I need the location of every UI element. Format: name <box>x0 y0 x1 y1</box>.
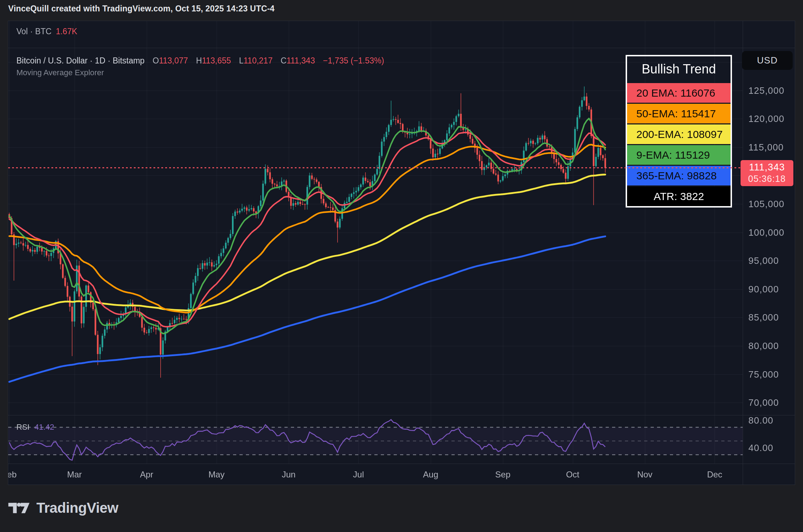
price-tick-95000: 95,000 <box>748 255 779 266</box>
time-tick-apr: Apr <box>140 470 153 480</box>
time-tick-nov: Nov <box>637 470 652 480</box>
low-label: L <box>239 56 244 65</box>
rsi-tick-40: 40.00 <box>748 443 773 454</box>
trend-legend-title: Bullish Trend <box>627 56 731 82</box>
volume-label: Vol · BTC <box>16 27 51 36</box>
time-tick-jun: Jun <box>282 470 296 480</box>
legend-row-5: ATR: 3822 <box>627 186 731 206</box>
price-tick-120000: 120,000 <box>748 113 784 124</box>
time-tick-oct: Oct <box>566 470 579 480</box>
currency-toggle-button[interactable]: USD <box>742 51 793 70</box>
rsi-tick-80: 80.00 <box>748 415 773 426</box>
page-title: VinceQuill created with TradingView.com,… <box>8 4 274 14</box>
price-tick-80000: 80,000 <box>748 341 779 352</box>
close-label: C <box>281 56 287 65</box>
legend-row-3: 9-EMA: 115129 <box>627 145 731 165</box>
rsi-legend: RSI41.42 <box>16 423 54 432</box>
pane-separator-rsi[interactable] <box>8 415 795 415</box>
price-tick-85000: 85,000 <box>748 312 779 323</box>
pane-separator-volume[interactable] <box>8 48 795 48</box>
legend-row-4: 365-EMA: 98828 <box>627 166 731 185</box>
change-value: −1,735 (−1.53%) <box>323 56 384 65</box>
price-tick-90000: 90,000 <box>748 284 779 295</box>
price-tick-105000: 105,000 <box>748 199 784 210</box>
high-value: 113,655 <box>202 56 231 65</box>
time-tick-may: May <box>208 470 224 480</box>
trend-legend-box: Bullish Trend 20 EMA: 11607650-EMA: 1154… <box>626 55 732 208</box>
time-tick-mar: Mar <box>67 470 82 480</box>
price-tick-115000: 115,000 <box>748 142 784 153</box>
volume-value: 1.67K <box>56 27 77 36</box>
trend-legend-rows: 20 EMA: 11607650-EMA: 115417200-EMA: 108… <box>627 83 731 206</box>
tradingview-wordmark: TradingView <box>36 500 118 516</box>
tradingview-logo-icon <box>8 498 30 518</box>
last-price-badge[interactable]: 111,343 05:36:18 <box>741 160 793 186</box>
indicator-name: Moving Average Explorer <box>16 68 104 77</box>
symbol-title: Bitcoin / U.S. Dollar · 1D · Bitstamp <box>16 56 145 65</box>
last-price-value: 111,343 <box>741 161 793 173</box>
price-tick-125000: 125,000 <box>748 85 784 96</box>
high-label: H <box>196 56 202 65</box>
time-tick-feb: Feb <box>8 470 17 480</box>
price-tick-70000: 70,000 <box>748 397 779 408</box>
symbol-ohlc-row: Bitcoin / U.S. Dollar · 1D · Bitstamp O1… <box>16 56 384 66</box>
time-tick-aug: Aug <box>423 470 438 480</box>
price-tick-75000: 75,000 <box>748 369 779 380</box>
legend-row-2: 200-EMA: 108097 <box>627 124 731 144</box>
price-axis-separator <box>743 21 743 485</box>
rsi-label: RSI <box>16 423 30 431</box>
open-label: O <box>153 56 159 65</box>
low-value: 110,217 <box>244 56 273 65</box>
time-tick-dec: Dec <box>707 470 722 480</box>
volume-legend: Vol · BTC1.67K <box>16 27 77 36</box>
bar-countdown: 05:36:18 <box>741 173 793 184</box>
time-tick-jul: Jul <box>353 470 364 480</box>
close-value: 111,343 <box>287 56 315 65</box>
price-tick-100000: 100,000 <box>748 227 784 238</box>
current-price-line <box>8 167 743 168</box>
legend-row-1: 50-EMA: 115417 <box>627 104 731 123</box>
chart-frame: Vol · BTC1.67K Bitcoin / U.S. Dollar · 1… <box>8 21 795 485</box>
open-value: 113,077 <box>159 56 188 65</box>
rsi-value: 41.42 <box>35 423 54 431</box>
pane-separator-time-axis <box>8 464 795 464</box>
tradingview-brand[interactable]: TradingView <box>8 498 118 518</box>
legend-row-0: 20 EMA: 116076 <box>627 83 731 103</box>
time-tick-sep: Sep <box>495 470 511 480</box>
